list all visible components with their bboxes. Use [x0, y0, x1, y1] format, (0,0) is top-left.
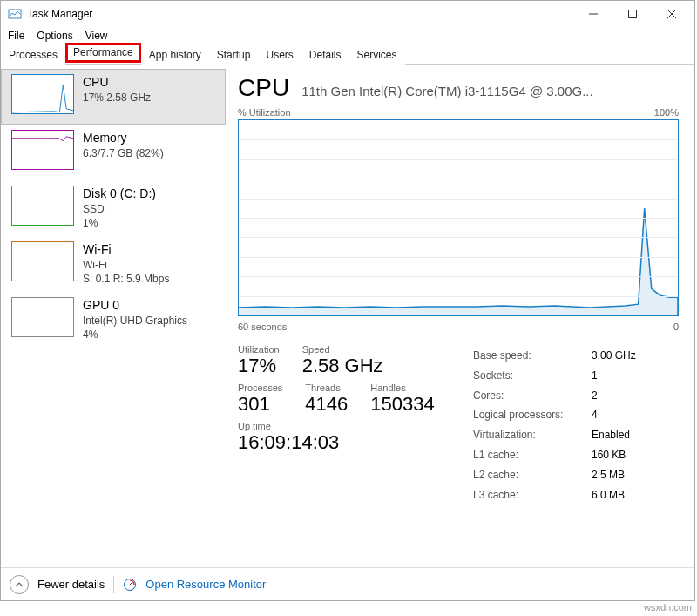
base-speed-label: Base speed:	[473, 346, 592, 366]
task-manager-window: Task Manager File Options View Processes…	[0, 0, 695, 601]
sidebar-item-label: Wi-Fi	[83, 241, 169, 258]
svg-line-6	[130, 582, 132, 585]
uptime-value: 16:09:14:03	[238, 431, 438, 454]
gpu-thumbnail	[11, 297, 74, 337]
page-title: CPU	[238, 71, 289, 102]
chevron-up-icon[interactable]	[10, 575, 29, 594]
tab-performance[interactable]: Performance	[65, 43, 141, 63]
tab-startup[interactable]: Startup	[209, 45, 259, 65]
menu-file[interactable]: File	[8, 30, 24, 42]
l2-cache-value: 2.5 MB	[592, 465, 625, 485]
task-manager-icon	[8, 7, 22, 21]
tab-users[interactable]: Users	[258, 45, 301, 65]
sidebar: CPU 17% 2.58 GHz Memory 6.3/7.7 GB (82%)…	[1, 65, 226, 567]
virtualization-label: Virtualization:	[473, 425, 592, 445]
menubar: File Options View	[1, 27, 694, 44]
l1-cache-label: L1 cache:	[473, 445, 592, 465]
sidebar-item-label: GPU 0	[83, 297, 187, 314]
memory-thumbnail	[11, 130, 74, 170]
wifi-thumbnail	[11, 241, 74, 281]
uptime-label: Up time	[238, 421, 438, 431]
cores-label: Cores:	[473, 386, 592, 406]
cpu-thumbnail	[11, 74, 74, 114]
sidebar-item-wifi[interactable]: Wi-Fi Wi-Fi S: 0.1 R: 5.9 Mbps	[1, 236, 226, 292]
base-speed-value: 3.00 GHz	[592, 346, 636, 366]
cpu-details: Base speed:3.00 GHz Sockets:1 Cores:2 Lo…	[473, 346, 636, 504]
watermark: wsxdn.com	[644, 602, 692, 613]
content-pane: CPU 11th Gen Intel(R) Core(TM) i3-1115G4…	[226, 65, 694, 567]
svg-rect-0	[9, 10, 21, 18]
sidebar-item-disk[interactable]: Disk 0 (C: D:) SSD 1%	[1, 180, 226, 236]
tab-app-history[interactable]: App history	[141, 45, 209, 65]
sockets-value: 1	[592, 366, 598, 386]
processes-value: 301	[238, 393, 282, 416]
speed-label: Speed	[302, 344, 383, 355]
menu-view[interactable]: View	[85, 30, 108, 42]
handles-label: Handles	[370, 382, 434, 393]
sidebar-item-cpu[interactable]: CPU 17% 2.58 GHz	[1, 69, 226, 125]
utilization-label: Utilization	[238, 344, 280, 355]
footer: Fewer details Open Resource Monitor	[1, 567, 694, 600]
chart-xright: 0	[673, 322, 679, 332]
l3-cache-value: 6.0 MB	[592, 485, 625, 505]
titlebar[interactable]: Task Manager	[1, 1, 694, 27]
processes-label: Processes	[238, 382, 282, 393]
l1-cache-value: 160 KB	[592, 445, 626, 465]
logical-processors-label: Logical processors:	[473, 405, 592, 425]
chart-ylabel: % Utilization	[238, 107, 291, 118]
open-resource-monitor-link[interactable]: Open Resource Monitor	[145, 578, 266, 591]
maximize-button[interactable]	[612, 2, 652, 26]
l3-cache-label: L3 cache:	[473, 485, 592, 505]
logical-processors-value: 4	[592, 405, 598, 425]
handles-value: 150334	[370, 393, 434, 416]
tab-services[interactable]: Services	[349, 45, 405, 65]
sidebar-item-label: CPU	[83, 74, 151, 91]
sockets-label: Sockets:	[473, 366, 592, 386]
window-title: Task Manager	[27, 8, 92, 20]
resource-monitor-icon	[123, 578, 137, 592]
tab-processes[interactable]: Processes	[1, 45, 65, 65]
sidebar-item-gpu[interactable]: GPU 0 Intel(R) UHD Graphics 4%	[1, 292, 226, 348]
sidebar-item-label: Memory	[83, 130, 164, 146]
tab-strip: Processes Performance App history Startu…	[1, 44, 694, 65]
l2-cache-label: L2 cache:	[473, 465, 592, 485]
close-button[interactable]	[652, 2, 691, 26]
sidebar-item-memory[interactable]: Memory 6.3/7.7 GB (82%)	[1, 125, 226, 180]
fewer-details-button[interactable]: Fewer details	[37, 578, 105, 591]
chart-xleft: 60 seconds	[238, 322, 287, 332]
utilization-value: 17%	[238, 355, 280, 377]
menu-options[interactable]: Options	[37, 30, 72, 42]
cores-value: 2	[592, 386, 598, 406]
chart-ymax: 100%	[654, 107, 679, 118]
minimize-button[interactable]	[573, 2, 612, 26]
disk-thumbnail	[11, 186, 74, 226]
threads-value: 4146	[305, 393, 348, 416]
svg-rect-2	[628, 10, 636, 18]
threads-label: Threads	[305, 382, 348, 393]
cpu-utilization-chart[interactable]	[238, 119, 679, 316]
virtualization-value: Enabled	[592, 425, 630, 445]
processor-name: 11th Gen Intel(R) Core(TM) i3-1115G4 @ 3…	[301, 84, 679, 98]
divider	[113, 576, 114, 593]
sidebar-item-label: Disk 0 (C: D:)	[83, 186, 156, 202]
speed-value: 2.58 GHz	[302, 355, 383, 377]
tab-details[interactable]: Details	[301, 45, 349, 65]
